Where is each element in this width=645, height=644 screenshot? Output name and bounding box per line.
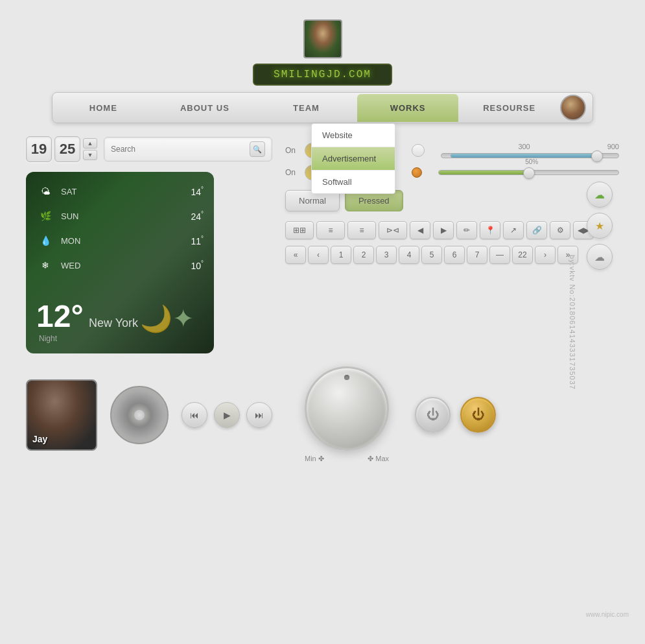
works-dropdown: Website Advertisement Softwall xyxy=(311,123,395,194)
bottom-section: Jay ⏮ ▶ ⏭ Min ✤ ✤ Max ⏻ ⏻ xyxy=(0,366,645,463)
toolbar-list1-icon[interactable]: ≡ xyxy=(316,221,345,239)
knob-indicator xyxy=(344,375,349,380)
toolbar-list2-icon[interactable]: ≡ xyxy=(347,221,376,239)
weather-current: 12° New York Night xyxy=(36,298,138,343)
page-5[interactable]: 5 xyxy=(421,246,442,264)
toolbar-prev-icon[interactable]: ◀ xyxy=(410,221,430,239)
toggle1-on-label: On xyxy=(285,146,298,155)
cd-disc xyxy=(110,386,169,444)
page-next[interactable]: › xyxy=(535,246,556,264)
weather-temp-mon: 11° xyxy=(191,235,204,246)
page-22[interactable]: 22 xyxy=(512,246,533,264)
toolbar-share-icon[interactable]: ↗ xyxy=(503,221,524,239)
player-back-button[interactable]: ⏮ xyxy=(182,402,207,428)
slider2-thumb[interactable] xyxy=(523,167,535,179)
weather-day-wed: WED xyxy=(61,261,93,270)
time-search-row: 19 25 ▲ ▼ 🔍 xyxy=(26,136,272,162)
player-forward-button[interactable]: ⏭ xyxy=(246,402,272,428)
side-cloud2-icon[interactable]: ☁ xyxy=(587,244,613,270)
weather-widget: 🌤 SAT 14° 🌿 SUN 24° 💧 MON 11° ❄ WED 10° … xyxy=(26,172,214,353)
volume-knob[interactable] xyxy=(305,366,389,451)
page-prev[interactable]: ‹ xyxy=(308,246,329,264)
page-2[interactable]: 2 xyxy=(353,246,374,264)
hour-display: 19 xyxy=(26,136,52,162)
weather-icon-sun: 🌿 xyxy=(36,207,54,225)
dot-orange xyxy=(412,167,422,178)
page-6[interactable]: 6 xyxy=(444,246,465,264)
search-button[interactable]: 🔍 xyxy=(250,141,265,157)
slider2-fill xyxy=(439,171,528,174)
slider1-track[interactable] xyxy=(441,153,619,158)
nav-team[interactable]: TEAM xyxy=(255,94,357,122)
weather-day-mon: MON xyxy=(61,236,93,246)
weather-day-sun: SUN xyxy=(61,211,93,221)
weather-icon-wed: ❄ xyxy=(36,256,54,274)
album-art: Jay xyxy=(26,379,97,451)
nav-home[interactable]: HOME xyxy=(53,94,154,122)
page-4[interactable]: 4 xyxy=(399,246,419,264)
power-button-gray[interactable]: ⏻ xyxy=(415,397,451,433)
toolbar-pin-icon[interactable]: 📍 xyxy=(480,221,500,239)
left-panel: 19 25 ▲ ▼ 🔍 🌤 SAT 14° 🌿 SUN xyxy=(26,136,272,353)
nav-about[interactable]: ABOUT US xyxy=(154,94,256,122)
nav-works[interactable]: WORKS xyxy=(357,94,459,122)
toolbar-link-icon[interactable]: 🔗 xyxy=(526,221,547,239)
power-button-gold[interactable]: ⏻ xyxy=(460,397,496,433)
dropdown-softwall[interactable]: Softwall xyxy=(312,171,395,193)
watermark2: www.nipic.com xyxy=(586,611,629,618)
avatar xyxy=(303,19,342,58)
toolbar-split-icon[interactable]: ⊳⊲ xyxy=(379,221,407,239)
weather-temp-wed: 10° xyxy=(191,259,204,271)
side-cloud-icon[interactable]: ☁ xyxy=(587,182,613,208)
page-1[interactable]: 1 xyxy=(331,246,351,264)
volume-min-label: Min ✤ xyxy=(305,455,324,463)
watermark: by:vktv No:20180614143331735037 xyxy=(569,255,576,390)
slider1-fill xyxy=(451,154,601,158)
side-star-icon[interactable]: ★ xyxy=(587,213,613,239)
dropdown-advertisement[interactable]: Advertisement xyxy=(312,147,395,171)
volume-section: Min ✤ ✤ Max xyxy=(305,366,389,463)
slider1-thumb[interactable] xyxy=(591,150,603,162)
dropdown-website[interactable]: Website xyxy=(312,124,395,147)
checkbox2[interactable] xyxy=(412,144,425,157)
cd-center xyxy=(134,409,145,421)
slider1-labels: 300 900 xyxy=(441,143,619,150)
toggle2-on-label: On xyxy=(285,168,298,177)
time-arrows: ▲ ▼ xyxy=(83,138,97,160)
knob-labels: Min ✤ ✤ Max xyxy=(305,455,389,463)
slider1-mid-label: 300 xyxy=(518,143,530,150)
toolbar-settings-icon[interactable]: ⚙ xyxy=(550,221,570,239)
minute-display: 25 xyxy=(54,136,80,162)
nav-resource[interactable]: RESOURSE xyxy=(458,94,560,122)
toolbar-grid-icon[interactable]: ⊞⊞ xyxy=(285,221,314,239)
icon-toolbar: ⊞⊞ ≡ ≡ ⊳⊲ ◀ ▶ ✏ 📍 ↗ 🔗 ⚙ ◀▶ xyxy=(285,221,619,239)
side-icons: ☁ ★ ☁ xyxy=(587,182,613,270)
weather-icon-mon: 💧 xyxy=(36,232,54,250)
toolbar-edit-icon[interactable]: ✏ xyxy=(456,221,477,239)
weather-temp-sun: 24° xyxy=(191,210,204,222)
nav-avatar[interactable] xyxy=(560,95,586,121)
search-input[interactable] xyxy=(111,145,250,154)
city-name: New York xyxy=(89,316,138,329)
condition-label: Night xyxy=(39,334,138,343)
page-dash: — xyxy=(489,246,510,264)
artist-name: Jay xyxy=(32,434,47,444)
toolbar-next-icon[interactable]: ▶ xyxy=(433,221,454,239)
page-first[interactable]: « xyxy=(285,246,306,264)
player-play-button[interactable]: ▶ xyxy=(214,402,240,428)
slider2-track[interactable] xyxy=(438,170,619,175)
weather-row-wed: ❄ WED 10° xyxy=(36,256,204,274)
weather-temp-sat: 14° xyxy=(191,185,204,197)
page-3[interactable]: 3 xyxy=(376,246,397,264)
current-temp: 12 xyxy=(36,299,71,333)
weather-icon-sat: 🌤 xyxy=(36,182,54,200)
page-7[interactable]: 7 xyxy=(467,246,487,264)
nav-bar: HOME ABOUT US TEAM WORKS RESOURSE xyxy=(52,92,593,123)
player-controls: ⏮ ▶ ⏭ xyxy=(182,402,272,428)
time-display: 19 25 ▲ ▼ xyxy=(26,136,97,162)
search-box[interactable]: 🔍 xyxy=(104,137,272,161)
volume-max-label: ✤ Max xyxy=(368,455,389,463)
weather-row-sun: 🌿 SUN 24° xyxy=(36,207,204,225)
time-up-arrow[interactable]: ▲ xyxy=(83,138,97,149)
time-down-arrow[interactable]: ▼ xyxy=(83,150,97,160)
